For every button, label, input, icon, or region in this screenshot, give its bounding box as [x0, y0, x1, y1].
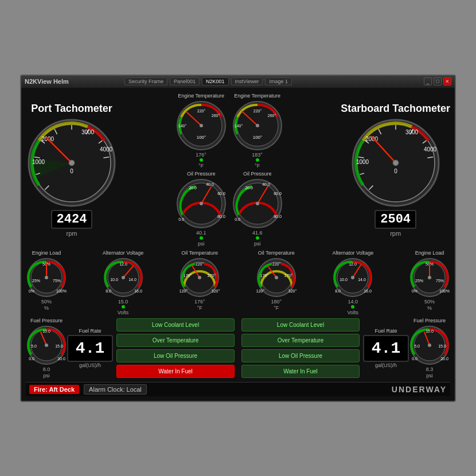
fuel-pressure-right-label: Fuel Pressure	[413, 318, 446, 323]
minimize-button[interactable]: _	[424, 77, 432, 85]
fuel-pressure-left-gauge: 0.0 10.0 20.0 5.0 15.0	[26, 325, 67, 366]
svg-text:10.0: 10.0	[110, 278, 118, 282]
fuel-pressure-left-value: 8.0	[43, 366, 50, 372]
svg-text:220°: 220°	[196, 262, 204, 266]
port-tach-readout: 2424	[51, 210, 93, 229]
oil-temp-left-label: Oil Temperature	[181, 250, 218, 256]
close-button[interactable]: ✕	[443, 77, 451, 85]
svg-point-51	[256, 202, 259, 205]
engine-temp-left-label: Engine Temperature	[178, 93, 224, 99]
svg-text:260°: 260°	[211, 114, 220, 118]
oil-pressure-left: Oil Pressure 0.0 20.0 40.0 60.0 80.0	[175, 171, 227, 247]
underway-status: UNDERWAY	[392, 385, 447, 394]
svg-text:15.0: 15.0	[55, 344, 63, 348]
water-fuel-right-btn[interactable]: Water In Fuel	[241, 365, 360, 378]
over-temp-left-btn[interactable]: Over Temperature	[116, 334, 235, 347]
engine-temp-row: Engine Temperature 100° 140° 260° 220°	[175, 93, 283, 169]
oil-pressure-right: Oil Pressure 0.0 20.0 40.0 60.0 80.0	[232, 171, 283, 247]
svg-point-17	[69, 160, 75, 166]
fuel-pressure-right-value: 8.3	[426, 366, 434, 372]
fuel-rate-right-label: Fuel Rate	[374, 328, 397, 334]
svg-text:220°: 220°	[272, 262, 281, 266]
low-oil-right-btn[interactable]: Low Oil Pressure	[241, 349, 360, 362]
engine-load-left-unit: %	[44, 305, 49, 311]
svg-text:10.0: 10.0	[426, 329, 434, 333]
svg-point-114	[351, 276, 354, 279]
engine-temp-right-dot	[256, 158, 259, 162]
tab-2[interactable]: Panel001	[170, 77, 200, 85]
svg-text:1000: 1000	[32, 159, 45, 165]
svg-text:4000: 4000	[424, 146, 437, 153]
engine-load-right-gauge: 0% 50% 100% 25% 75%	[409, 257, 450, 298]
low-oil-left-btn[interactable]: Low Oil Pressure	[116, 349, 235, 362]
alarm-status: Alarm Clock: Local	[84, 384, 147, 395]
svg-point-132	[45, 344, 48, 347]
svg-text:0: 0	[394, 168, 397, 174]
svg-text:14.0: 14.0	[128, 278, 136, 282]
fuel-pressure-left-label: Fuel Pressure	[30, 318, 63, 323]
svg-text:75%: 75%	[436, 279, 444, 283]
svg-text:3000: 3000	[81, 129, 95, 135]
low-coolant-right-btn[interactable]: Low Coolant Level	[241, 318, 360, 331]
svg-point-33	[256, 124, 259, 127]
alternator-voltage-right: Alternator Voltage 8.0 12.0 16.0 10.0 14…	[332, 250, 373, 315]
alt-voltage-left-dot	[122, 305, 125, 309]
water-fuel-left-btn[interactable]: Water In Fuel	[116, 365, 235, 378]
engine-temp-left: Engine Temperature 100° 140° 260° 220°	[175, 93, 227, 169]
maximize-button[interactable]: □	[434, 77, 442, 85]
svg-text:20.0: 20.0	[189, 186, 197, 190]
engine-temp-right: Engine Temperature 100° 140° 260° 220°	[232, 93, 283, 169]
svg-point-123	[428, 276, 431, 279]
engine-temp-right-gauge: 100° 140° 260° 220°	[232, 100, 283, 151]
engine-load-right: Engine Load 0% 50% 100% 25% 75% 50% %	[409, 250, 450, 311]
svg-text:12.0: 12.0	[349, 262, 357, 266]
tab-4[interactable]: InstViewer	[231, 77, 263, 85]
status-bar: Fire: Aft Deck Alarm Clock: Local UNDERW…	[26, 382, 450, 396]
tab-1[interactable]: Security Frame	[124, 77, 167, 85]
window-controls: _ □ ✕	[424, 77, 451, 85]
oil-temp-left-unit: °F	[197, 305, 202, 311]
fuel-rate-right-unit: gal(US)/h	[375, 362, 397, 368]
svg-text:10.0: 10.0	[42, 329, 50, 333]
fuel-rate-left-section: Fuel Rate 4.1 gal(US)/h	[67, 328, 113, 368]
tab-3[interactable]: N2K001	[202, 77, 229, 85]
top-row: Port Tachometer	[26, 93, 450, 247]
oil-pressure-right-gauge: 0.0 20.0 40.0 60.0 80.0	[232, 178, 283, 229]
engine-temp-left-unit: °F	[198, 163, 204, 169]
oil-pressure-right-value: 41.6	[252, 230, 263, 236]
svg-text:320°: 320°	[212, 289, 220, 293]
engine-temp-left-gauge: 100° 140° 260° 220°	[175, 100, 227, 151]
svg-text:100%: 100%	[439, 289, 450, 293]
alt-voltage-right-label: Alternator Voltage	[333, 250, 374, 256]
svg-text:0.0: 0.0	[412, 357, 418, 361]
engine-load-left-label: Engine Load	[32, 250, 61, 256]
svg-text:20.0: 20.0	[440, 357, 448, 361]
alternator-voltage-left: Alternator Voltage 8.0 12.0 16.0 10.0 14…	[103, 250, 144, 315]
over-temp-right-btn[interactable]: Over Temperature	[241, 334, 360, 347]
oil-temp-right-label: Oil Temperature	[258, 250, 295, 256]
engine-load-left-value: 50%	[41, 299, 52, 305]
svg-text:260°: 260°	[267, 114, 276, 118]
svg-text:0.0: 0.0	[29, 357, 34, 361]
engine-temp-left-value: 176°	[196, 152, 206, 158]
svg-text:220°: 220°	[197, 109, 205, 113]
fuel-rate-left-box: 4.1	[67, 335, 113, 362]
engine-load-left: Engine Load 0% 50% 100% 25% 75% 50% %	[26, 250, 67, 311]
svg-text:120°: 120°	[256, 289, 265, 293]
svg-text:0: 0	[70, 168, 73, 174]
low-coolant-left-btn[interactable]: Low Coolant Level	[116, 318, 235, 331]
oil-temp-right-unit: °F	[274, 305, 279, 311]
svg-text:20.0: 20.0	[57, 357, 65, 361]
bottom-row: Fuel Pressure 0.0 10.0 20.0 5.0 15.0 8.0	[26, 318, 450, 379]
svg-text:320°: 320°	[288, 289, 297, 293]
svg-point-105	[275, 276, 278, 279]
engine-load-left-gauge: 0% 50% 100% 25% 75%	[26, 257, 67, 298]
svg-point-69	[393, 160, 399, 166]
port-rpm-label: rpm	[67, 230, 77, 237]
starboard-tachometer-section: Starboard Tachometer	[341, 103, 450, 237]
engine-load-right-unit: %	[427, 305, 432, 311]
svg-point-78	[45, 276, 48, 279]
tab-5[interactable]: Image 1	[265, 77, 292, 85]
svg-text:5.0: 5.0	[414, 344, 420, 348]
svg-text:40.0: 40.0	[262, 182, 270, 186]
